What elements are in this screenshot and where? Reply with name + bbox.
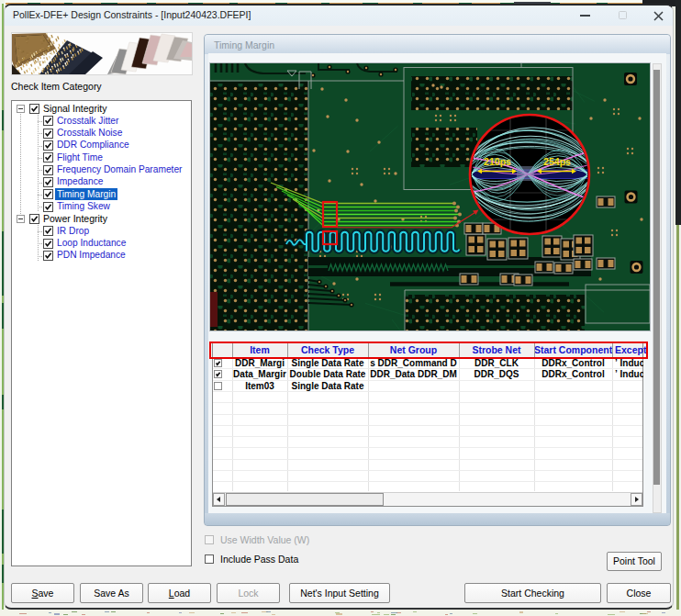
- svg-text:210ps: 210ps: [484, 156, 511, 167]
- svg-text:254ps: 254ps: [543, 156, 571, 167]
